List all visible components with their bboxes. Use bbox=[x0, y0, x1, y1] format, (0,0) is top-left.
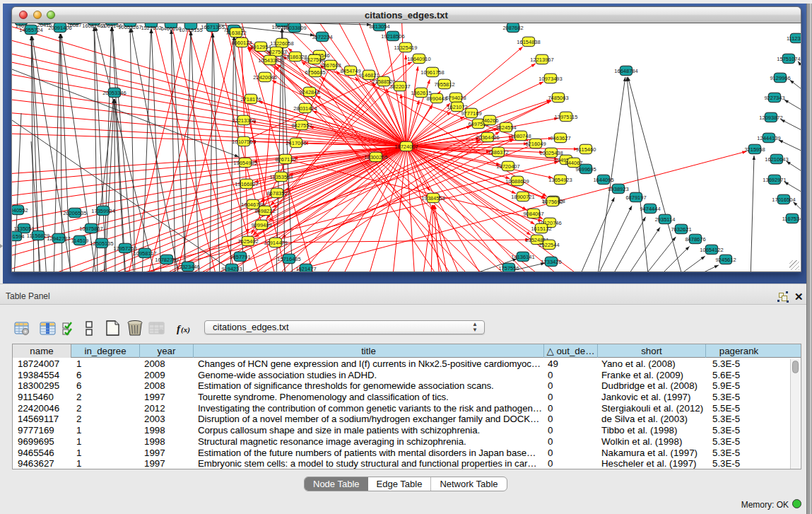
svg-text:8267130: 8267130 bbox=[275, 156, 295, 163]
svg-text:7163822: 7163822 bbox=[225, 30, 246, 36]
svg-text:10961758: 10961758 bbox=[420, 69, 444, 76]
svg-text:2417006: 2417006 bbox=[286, 140, 306, 146]
svg-text:9245612: 9245612 bbox=[715, 257, 736, 263]
svg-text:6466160: 6466160 bbox=[160, 25, 181, 32]
svg-text:1621072: 1621072 bbox=[447, 104, 467, 110]
svg-text:10973493: 10973493 bbox=[539, 76, 562, 82]
svg-text:8990448: 8990448 bbox=[426, 95, 447, 102]
svg-text:19654985: 19654985 bbox=[233, 160, 257, 166]
svg-text:17359934: 17359934 bbox=[91, 208, 114, 214]
svg-text:20053346: 20053346 bbox=[102, 90, 126, 96]
svg-text:19218506: 19218506 bbox=[381, 33, 404, 40]
svg-text:10543382: 10543382 bbox=[258, 57, 281, 64]
svg-text:16154838: 16154838 bbox=[517, 39, 540, 45]
svg-text:22420046: 22420046 bbox=[253, 74, 276, 81]
svg-text:1644095: 1644095 bbox=[593, 177, 613, 183]
svg-text:(x): (x) bbox=[181, 325, 190, 334]
svg-text:2040552: 2040552 bbox=[12, 207, 28, 214]
svg-text:10653267: 10653267 bbox=[118, 24, 141, 30]
svg-text:16210643: 16210643 bbox=[765, 156, 788, 163]
svg-text:13975115: 13975115 bbox=[555, 114, 578, 120]
svg-text:12942737: 12942737 bbox=[47, 235, 70, 242]
svg-text:13654923: 13654923 bbox=[548, 177, 572, 183]
svg-text:746266: 746266 bbox=[481, 117, 498, 124]
svg-text:17016504: 17016504 bbox=[772, 197, 795, 203]
svg-text:20364436: 20364436 bbox=[476, 134, 499, 141]
svg-text:12093872: 12093872 bbox=[759, 115, 782, 121]
svg-text:8678352: 8678352 bbox=[266, 190, 287, 197]
svg-text:9857791: 9857791 bbox=[230, 254, 250, 260]
svg-text:8478676: 8478676 bbox=[685, 236, 705, 243]
svg-text:10025438: 10025438 bbox=[539, 150, 563, 156]
svg-text:10719155: 10719155 bbox=[179, 27, 202, 33]
svg-text:1167534: 1167534 bbox=[782, 216, 801, 222]
svg-text:8813054: 8813054 bbox=[369, 23, 389, 30]
svg-text:1075692: 1075692 bbox=[542, 199, 563, 205]
svg-text:11156829: 11156829 bbox=[27, 233, 49, 239]
svg-text:2718176: 2718176 bbox=[240, 96, 261, 103]
svg-text:19166827: 19166827 bbox=[235, 181, 258, 187]
svg-text:9129966: 9129966 bbox=[770, 75, 790, 81]
svg-text:15716485: 15716485 bbox=[277, 256, 300, 262]
svg-text:1112398: 1112398 bbox=[787, 35, 801, 42]
svg-text:10958117: 10958117 bbox=[134, 250, 157, 257]
svg-text:7485063: 7485063 bbox=[548, 95, 568, 101]
svg-text:7955812: 7955812 bbox=[434, 81, 454, 88]
svg-text:6756685: 6756685 bbox=[305, 69, 325, 76]
svg-text:2935114: 2935114 bbox=[655, 216, 676, 223]
svg-text:7625402: 7625402 bbox=[237, 238, 258, 245]
svg-text:16033809: 16033809 bbox=[283, 25, 306, 31]
svg-text:2087682: 2087682 bbox=[502, 25, 523, 31]
svg-text:10654122: 10654122 bbox=[700, 247, 723, 253]
svg-text:20206535: 20206535 bbox=[63, 210, 86, 216]
svg-text:3824554: 3824554 bbox=[495, 124, 516, 131]
svg-text:844067: 844067 bbox=[565, 160, 582, 166]
svg-text:8660124: 8660124 bbox=[231, 40, 252, 46]
svg-text:9777169: 9777169 bbox=[461, 110, 481, 117]
svg-text:12505135: 12505135 bbox=[90, 240, 113, 247]
svg-text:10975867: 10975867 bbox=[79, 226, 102, 232]
svg-text:9115460: 9115460 bbox=[576, 146, 596, 153]
svg-text:2522544: 2522544 bbox=[539, 242, 559, 248]
svg-text:1757556: 1757556 bbox=[498, 265, 519, 271]
svg-text:16087: 16087 bbox=[67, 23, 82, 28]
svg-text:14136141: 14136141 bbox=[511, 254, 534, 260]
svg-text:18900721: 18900721 bbox=[511, 194, 534, 200]
svg-text:12213369: 12213369 bbox=[232, 117, 255, 124]
svg-text:7632621: 7632621 bbox=[671, 226, 691, 233]
svg-text:16782759: 16782759 bbox=[155, 257, 178, 263]
svg-text:8938923: 8938923 bbox=[608, 186, 628, 192]
svg-text:3572234: 3572234 bbox=[312, 34, 332, 40]
svg-text:6794028: 6794028 bbox=[445, 95, 466, 101]
svg-text:18300295: 18300295 bbox=[364, 154, 387, 160]
svg-text:13692971: 13692971 bbox=[763, 177, 786, 183]
svg-text:9146821: 9146821 bbox=[358, 72, 379, 78]
svg-text:10914479: 10914479 bbox=[264, 240, 287, 246]
svg-text:18720407: 18720407 bbox=[496, 163, 519, 170]
svg-text:9474444: 9474444 bbox=[640, 206, 660, 212]
svg-text:9242848: 9242848 bbox=[299, 89, 319, 95]
svg-text:1733426: 1733426 bbox=[541, 259, 561, 265]
svg-text:8498222: 8498222 bbox=[254, 208, 275, 214]
svg-text:11325419: 11325419 bbox=[394, 45, 418, 51]
svg-text:12213967: 12213967 bbox=[530, 57, 553, 63]
svg-text:8454749: 8454749 bbox=[340, 68, 360, 74]
svg-text:28031414: 28031414 bbox=[293, 105, 317, 112]
svg-text:391594: 391594 bbox=[12, 233, 25, 240]
svg-text:11353594: 11353594 bbox=[270, 174, 293, 180]
svg-text:10107563: 10107563 bbox=[232, 139, 255, 145]
svg-text:1521477: 1521477 bbox=[295, 266, 316, 272]
svg-text:6879197: 6879197 bbox=[625, 194, 646, 201]
svg-text:2867608: 2867608 bbox=[320, 62, 341, 69]
svg-text:9227343: 9227343 bbox=[764, 95, 784, 101]
svg-text:114519: 114519 bbox=[71, 238, 88, 244]
svg-text:1615132: 1615132 bbox=[531, 226, 551, 232]
svg-text:13226058: 13226058 bbox=[270, 40, 293, 47]
svg-text:6216049: 6216049 bbox=[525, 141, 546, 147]
svg-text:18640910: 18640910 bbox=[407, 56, 430, 62]
svg-text:1335051: 1335051 bbox=[13, 226, 34, 232]
svg-text:3215958: 3215958 bbox=[744, 146, 765, 153]
svg-text:1527602: 1527602 bbox=[141, 25, 161, 31]
svg-text:8427552: 8427552 bbox=[291, 122, 312, 129]
svg-text:16648784: 16648784 bbox=[614, 68, 637, 74]
